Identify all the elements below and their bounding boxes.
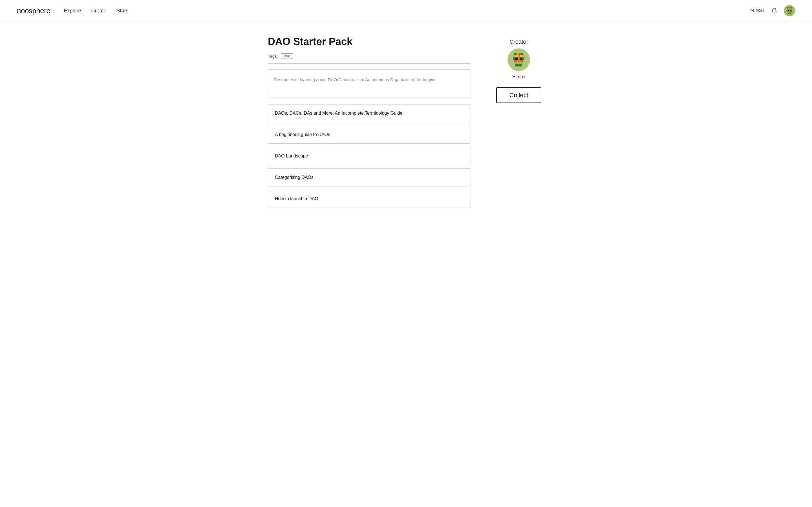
resource-title: DAO Landscape	[275, 154, 308, 158]
description-text: Resources of learning about DAO(Decentra…	[274, 76, 465, 83]
svg-rect-31	[513, 55, 515, 57]
svg-rect-24	[789, 13, 790, 14]
svg-rect-33	[518, 55, 520, 57]
svg-rect-43	[519, 60, 521, 62]
nst-balance: 24 NST	[749, 8, 765, 13]
svg-rect-2	[788, 7, 790, 8]
user-avatar[interactable]	[784, 5, 795, 16]
creator-name: Hiromi	[512, 74, 525, 79]
svg-rect-39	[520, 57, 522, 60]
svg-rect-44	[521, 60, 523, 62]
svg-rect-14	[791, 10, 792, 11]
svg-rect-18	[791, 11, 792, 12]
svg-rect-42	[516, 60, 519, 62]
svg-rect-41	[514, 60, 516, 62]
creator-section: Creator	[507, 39, 530, 79]
resource-item[interactable]: A beginner's guide to DAOs	[268, 126, 471, 144]
svg-rect-25	[790, 13, 791, 14]
svg-rect-8	[790, 8, 791, 10]
svg-rect-49	[515, 64, 518, 66]
svg-rect-38	[518, 57, 520, 60]
resource-item[interactable]: Categorising DAOs	[268, 168, 471, 186]
svg-rect-37	[515, 57, 518, 60]
svg-rect-30	[521, 53, 523, 55]
header: noosphere Explore Create Stars 24 NST	[0, 0, 812, 22]
bell-icon[interactable]	[770, 7, 778, 15]
resource-title: DAOs, DACs, DAs and More: An Incomplete …	[275, 111, 402, 115]
svg-rect-12	[789, 10, 790, 11]
svg-rect-16	[788, 11, 790, 12]
sidebar: Creator	[493, 36, 544, 211]
resource-list: DAOs, DACs, DAs and More: An Incomplete …	[268, 104, 471, 211]
svg-rect-35	[522, 55, 524, 57]
resource-item[interactable]: How to launch a DAO	[268, 190, 471, 208]
main-content: DAO Starter Pack Tags: DAO Resources of …	[251, 22, 561, 225]
nav-stars[interactable]: Stars	[116, 8, 128, 14]
svg-rect-22	[791, 12, 792, 13]
svg-rect-40	[522, 57, 524, 60]
content-area: DAO Starter Pack Tags: DAO Resources of …	[268, 36, 471, 211]
creator-label: Creator	[509, 39, 528, 45]
resource-item[interactable]: DAOs, DACs, DAs and More: An Incomplete …	[268, 104, 471, 122]
svg-rect-19	[787, 12, 788, 13]
svg-rect-9	[791, 8, 792, 10]
svg-rect-29	[519, 53, 521, 55]
svg-rect-47	[519, 62, 521, 64]
svg-rect-27	[514, 53, 516, 55]
logo[interactable]: noosphere	[17, 6, 50, 15]
svg-rect-5	[786, 8, 788, 10]
svg-rect-21	[790, 12, 791, 13]
dao-tag[interactable]: DAO	[281, 53, 293, 59]
svg-rect-36	[513, 57, 515, 60]
creator-avatar[interactable]	[507, 48, 530, 71]
tags-row: Tags: DAO	[268, 53, 471, 59]
svg-rect-45	[514, 62, 516, 64]
svg-rect-50	[518, 64, 520, 66]
svg-rect-34	[520, 55, 522, 57]
description-box: Resources of learning about DAO(Decentra…	[268, 69, 471, 98]
svg-rect-13	[790, 10, 791, 11]
svg-rect-11	[788, 10, 789, 11]
svg-rect-32	[515, 55, 518, 57]
resource-title: A beginner's guide to DAOs	[275, 132, 330, 137]
header-left: noosphere Explore Create Stars	[17, 6, 128, 15]
svg-rect-20	[788, 12, 790, 13]
page-title: DAO Starter Pack	[268, 36, 471, 48]
svg-rect-48	[521, 62, 523, 64]
svg-rect-7	[789, 8, 790, 10]
svg-rect-17	[790, 11, 791, 12]
svg-rect-3	[790, 7, 791, 8]
svg-rect-51	[520, 64, 522, 66]
svg-rect-46	[516, 62, 519, 64]
nav-create[interactable]: Create	[91, 8, 106, 14]
svg-rect-23	[788, 13, 789, 14]
svg-rect-10	[786, 10, 788, 11]
svg-rect-28	[516, 53, 519, 55]
resource-title: Categorising DAOs	[275, 175, 313, 180]
svg-rect-6	[788, 8, 789, 10]
nav: Explore Create Stars	[64, 8, 128, 14]
resource-item[interactable]: DAO Landscape	[268, 147, 471, 165]
svg-rect-15	[787, 11, 788, 12]
svg-rect-1	[787, 7, 788, 8]
collect-button[interactable]: Collect	[496, 87, 541, 103]
resource-title: How to launch a DAO	[275, 196, 318, 201]
svg-rect-4	[791, 7, 792, 8]
divider	[268, 63, 471, 64]
header-right: 24 NST	[749, 5, 795, 16]
nav-explore[interactable]: Explore	[64, 8, 81, 14]
tags-label: Tags:	[268, 54, 278, 59]
